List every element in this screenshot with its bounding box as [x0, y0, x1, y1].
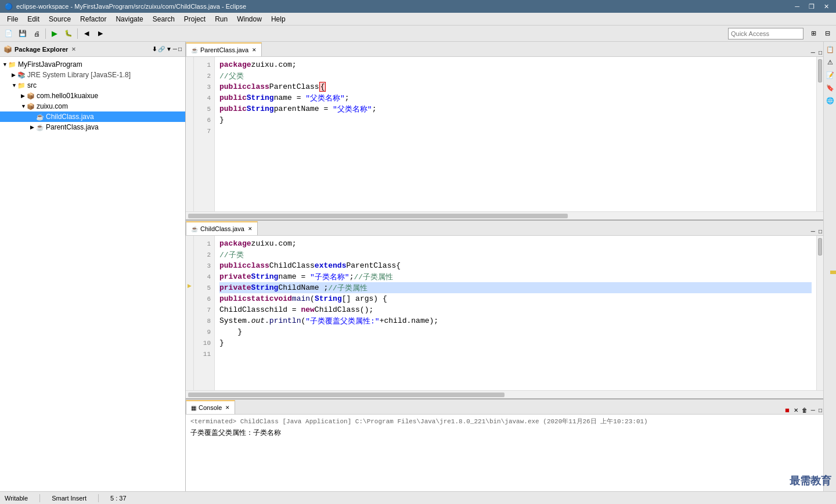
tree-item-parentclass.java[interactable]: ▶☕ParentClass.java	[0, 122, 185, 132]
tree-arrow: ▼	[21, 103, 27, 109]
rs-outline-icon[interactable]: 📝	[825, 70, 835, 80]
tree-item-childclass.java[interactable]: ☕ChildClass.java	[0, 111, 185, 122]
package-explorer-icon: 📦	[3, 45, 12, 53]
restore-btn[interactable]: ❒	[806, 3, 817, 10]
editor-bottom-hscroll[interactable]	[186, 390, 823, 398]
tree-label: JRE System Library [JavaSE-1.8]	[27, 71, 131, 79]
menu-project[interactable]: Project	[179, 14, 210, 24]
forward-btn[interactable]: ▶	[94, 27, 107, 40]
menu-help[interactable]: Help	[266, 14, 290, 24]
tree-label: src	[27, 81, 37, 89]
rs-bookmark-icon[interactable]: 🔖	[825, 82, 835, 93]
ln-5: 5	[197, 103, 211, 114]
menu-navigate[interactable]: Navigate	[111, 14, 147, 24]
tab-console[interactable]: ▦ Console ✕	[186, 400, 235, 414]
right-sidebar: 📋 ⚠ 📝 🔖 🌐	[823, 42, 836, 491]
code-line-1: package zuixu.com;	[219, 59, 812, 70]
code-line-5: public String parentName = "父类名称";	[219, 103, 812, 114]
editor-bottom-minimize[interactable]: ─	[810, 228, 816, 235]
tree-label: ChildClass.java	[46, 113, 94, 121]
editor-bottom-hscroll-thumb[interactable]	[188, 393, 505, 397]
bln-4: 4	[197, 271, 211, 282]
editor-top-content[interactable]: package zuixu.com; //父类 public class Par…	[215, 57, 816, 211]
pe-header-icons: ⬇ 🔗 ▼ ─ □	[152, 46, 182, 52]
console-content: <terminated> ChildClass [Java Applicatio…	[186, 415, 823, 491]
editor-bottom-scrollbar[interactable]	[816, 236, 823, 390]
pe-minimize-btn[interactable]: ─	[173, 46, 177, 52]
editor-bottom-tabs: ☕ ChildClass.java ✕ ─ □	[186, 221, 823, 236]
minimize-btn[interactable]: ─	[792, 3, 802, 10]
b-gutter-1	[186, 236, 193, 247]
pe-menu-btn[interactable]: ▼	[166, 46, 172, 52]
rs-problems-icon[interactable]: ⚠	[825, 57, 835, 67]
rs-task-list-icon[interactable]: 📋	[825, 44, 835, 55]
rs-web-icon[interactable]: 🌐	[825, 95, 835, 106]
perspective-btn[interactable]: ⊞	[807, 27, 820, 40]
menu-edit[interactable]: Edit	[23, 14, 44, 24]
toolbar-sep-1	[45, 28, 46, 39]
tree-item-myfirstjavaprogram[interactable]: ▼📁MyFirstJavaProgram	[0, 59, 185, 70]
tree-icon: ☕	[36, 124, 44, 131]
console-stop-btn[interactable]: ⏹	[783, 406, 791, 414]
tree-arrow: ▼	[2, 62, 8, 67]
editor-top-hscroll[interactable]	[186, 211, 823, 219]
menu-source[interactable]: Source	[44, 14, 75, 24]
console-tab-icon: ▦	[191, 405, 196, 411]
tab-child-class[interactable]: ☕ ChildClass.java ✕	[186, 221, 258, 235]
child-class-tab-close[interactable]: ✕	[248, 226, 253, 232]
save-btn[interactable]: 💾	[16, 27, 29, 40]
tree-item-zuixu.com[interactable]: ▼📦zuixu.com	[0, 101, 185, 111]
editor-bottom-scrollbar-thumb[interactable]	[818, 238, 822, 255]
bln-7: 7	[197, 304, 211, 315]
menu-search[interactable]: Search	[148, 14, 179, 24]
menu-window[interactable]: Window	[232, 14, 266, 24]
bcode-line-7: ChildClass child = new ChildClass();	[219, 304, 812, 315]
menu-refactor[interactable]: Refactor	[75, 14, 111, 24]
debug-btn[interactable]: 🐛	[62, 27, 75, 40]
console-tab-close[interactable]: ✕	[225, 405, 230, 411]
run-btn[interactable]: ▶	[48, 27, 61, 40]
tree-item-com.hello01kuaixue[interactable]: ▶📦com.hello01kuaixue	[0, 91, 185, 101]
console-maximize[interactable]: □	[817, 406, 823, 414]
pe-close-icon[interactable]: ✕	[71, 46, 76, 52]
editor-top-scrollbar-thumb[interactable]	[818, 59, 822, 82]
console-terminate-btn[interactable]: ✕	[792, 406, 799, 414]
editor-top-maximize[interactable]: □	[817, 49, 823, 56]
pe-link-btn[interactable]: 🔗	[158, 46, 165, 52]
tree-item-src[interactable]: ▼📁src	[0, 80, 185, 91]
pe-collapse-btn[interactable]: ⬇	[152, 46, 157, 52]
code-line-3: public class ParentClass {	[219, 81, 812, 92]
tree-item-jresystemlibrary[javase-1.8][interactable]: ▶📚JRE System Library [JavaSE-1.8]	[0, 70, 185, 80]
editor-top-hscroll-thumb[interactable]	[188, 214, 568, 218]
bcode-line-10: }	[219, 337, 812, 348]
tree-icon: 📁	[17, 82, 26, 89]
editor-top-code[interactable]: 1 2 3 4 5 6 7 package zuixu.com; //父类 pu…	[194, 57, 816, 211]
main-layout: 📦 Package Explorer ✕ ⬇ 🔗 ▼ ─ □ ▼📁MyFirst…	[0, 42, 836, 491]
print-btn[interactable]: 🖨	[30, 27, 43, 40]
bln-5: 5	[197, 282, 211, 293]
new-file-btn[interactable]: 📄	[2, 27, 15, 40]
editor-top-minimize[interactable]: ─	[810, 49, 816, 56]
editor-top-panel: ☕ ParentClass.java ✕ ─ □	[186, 42, 823, 221]
views-btn[interactable]: ⊟	[821, 27, 834, 40]
quick-access-input[interactable]: Quick Access	[728, 28, 803, 39]
console-clear-btn[interactable]: 🗑	[801, 406, 809, 414]
editor-bottom-code[interactable]: 1 2 3 4 5 6 7 8 9 10 11 package zuixu.co…	[194, 236, 816, 390]
b-gutter-4	[186, 269, 193, 280]
pe-maximize-btn[interactable]: □	[178, 46, 182, 52]
status-insert-mode: Smart Insert	[52, 495, 87, 502]
menu-run[interactable]: Run	[210, 14, 232, 24]
gutter-6	[186, 112, 193, 123]
editor-top-scrollbar[interactable]	[816, 57, 823, 211]
menu-bar: File Edit Source Refactor Navigate Searc…	[0, 13, 836, 26]
b-gutter-10	[186, 335, 193, 346]
close-btn[interactable]: ✕	[821, 3, 831, 10]
tab-parent-class[interactable]: ☕ ParentClass.java ✕	[186, 42, 262, 56]
editor-bottom-maximize[interactable]: □	[817, 228, 823, 235]
back-btn[interactable]: ◀	[80, 27, 93, 40]
tree-label: com.hello01kuaixue	[37, 92, 98, 100]
editor-bottom-content[interactable]: package zuixu.com; //子类 public class Chi…	[215, 236, 816, 390]
console-minimize[interactable]: ─	[810, 406, 816, 414]
parent-class-tab-close[interactable]: ✕	[252, 47, 257, 53]
menu-file[interactable]: File	[2, 14, 23, 24]
